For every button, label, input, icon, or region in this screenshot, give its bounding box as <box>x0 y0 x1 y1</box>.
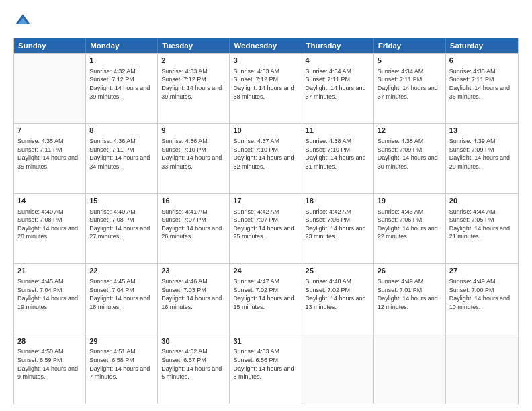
day-number: 7 <box>17 126 82 136</box>
calendar-day-18: 18Sunrise: 4:42 AM Sunset: 7:06 PM Dayli… <box>302 194 374 263</box>
day-info: Sunrise: 4:53 AM Sunset: 6:56 PM Dayligh… <box>233 347 298 381</box>
day-number: 4 <box>306 56 370 66</box>
day-info: Sunrise: 4:45 AM Sunset: 7:04 PM Dayligh… <box>17 277 82 311</box>
calendar-day-5: 5Sunrise: 4:34 AM Sunset: 7:11 PM Daylig… <box>374 54 446 123</box>
calendar-empty-cell <box>302 334 374 404</box>
day-number: 1 <box>89 56 154 66</box>
day-info: Sunrise: 4:52 AM Sunset: 6:57 PM Dayligh… <box>161 347 226 381</box>
day-number: 20 <box>449 196 515 206</box>
calendar-day-3: 3Sunrise: 4:33 AM Sunset: 7:12 PM Daylig… <box>230 54 302 123</box>
day-number: 29 <box>89 336 154 347</box>
calendar-day-20: 20Sunrise: 4:44 AM Sunset: 7:05 PM Dayli… <box>446 194 518 263</box>
day-info: Sunrise: 4:42 AM Sunset: 7:07 PM Dayligh… <box>233 208 298 241</box>
day-number: 16 <box>161 196 226 206</box>
calendar-day-17: 17Sunrise: 4:42 AM Sunset: 7:07 PM Dayli… <box>230 194 302 263</box>
calendar-empty-cell <box>374 334 446 404</box>
logo-icon <box>13 12 32 31</box>
page: SundayMondayTuesdayWednesdayThursdayFrid… <box>0 0 532 411</box>
calendar-day-28: 28Sunrise: 4:50 AM Sunset: 6:59 PM Dayli… <box>14 334 86 404</box>
day-number: 13 <box>449 126 515 136</box>
day-number: 23 <box>161 266 226 276</box>
calendar-day-14: 14Sunrise: 4:40 AM Sunset: 7:08 PM Dayli… <box>14 194 86 263</box>
day-info: Sunrise: 4:36 AM Sunset: 7:11 PM Dayligh… <box>89 137 154 171</box>
calendar-week-3: 14Sunrise: 4:40 AM Sunset: 7:08 PM Dayli… <box>14 193 518 263</box>
day-info: Sunrise: 4:42 AM Sunset: 7:06 PM Dayligh… <box>306 208 370 241</box>
calendar-day-11: 11Sunrise: 4:38 AM Sunset: 7:10 PM Dayli… <box>302 124 374 193</box>
header-cell-tuesday: Tuesday <box>158 38 230 53</box>
day-info: Sunrise: 4:34 AM Sunset: 7:11 PM Dayligh… <box>378 67 442 101</box>
header-cell-monday: Monday <box>86 38 158 53</box>
calendar-day-24: 24Sunrise: 4:47 AM Sunset: 7:02 PM Dayli… <box>230 264 302 333</box>
calendar-day-19: 19Sunrise: 4:43 AM Sunset: 7:06 PM Dayli… <box>374 194 446 263</box>
day-number: 10 <box>233 126 298 136</box>
calendar-day-15: 15Sunrise: 4:40 AM Sunset: 7:08 PM Dayli… <box>86 194 158 263</box>
calendar-day-25: 25Sunrise: 4:48 AM Sunset: 7:02 PM Dayli… <box>302 264 374 333</box>
calendar-day-31: 31Sunrise: 4:53 AM Sunset: 6:56 PM Dayli… <box>230 334 302 404</box>
day-info: Sunrise: 4:32 AM Sunset: 7:12 PM Dayligh… <box>89 67 154 101</box>
day-info: Sunrise: 4:33 AM Sunset: 7:12 PM Dayligh… <box>161 67 226 101</box>
calendar-day-23: 23Sunrise: 4:46 AM Sunset: 7:03 PM Dayli… <box>158 264 230 333</box>
day-number: 12 <box>378 126 442 136</box>
day-info: Sunrise: 4:49 AM Sunset: 7:01 PM Dayligh… <box>378 277 442 311</box>
day-number: 5 <box>378 56 442 66</box>
day-number: 3 <box>233 56 298 66</box>
header-cell-wednesday: Wednesday <box>230 38 302 53</box>
header <box>13 12 519 31</box>
header-cell-friday: Friday <box>374 38 446 53</box>
day-info: Sunrise: 4:44 AM Sunset: 7:05 PM Dayligh… <box>449 208 515 241</box>
day-number: 27 <box>449 266 515 276</box>
calendar-empty-cell <box>446 334 518 404</box>
day-number: 17 <box>233 196 298 206</box>
day-info: Sunrise: 4:36 AM Sunset: 7:10 PM Dayligh… <box>161 137 226 171</box>
calendar-day-1: 1Sunrise: 4:32 AM Sunset: 7:12 PM Daylig… <box>86 54 158 123</box>
day-number: 31 <box>233 336 298 347</box>
day-info: Sunrise: 4:41 AM Sunset: 7:07 PM Dayligh… <box>161 208 226 241</box>
header-cell-sunday: Sunday <box>14 38 86 53</box>
header-cell-thursday: Thursday <box>302 38 374 53</box>
calendar-day-22: 22Sunrise: 4:45 AM Sunset: 7:04 PM Dayli… <box>86 264 158 333</box>
day-info: Sunrise: 4:46 AM Sunset: 7:03 PM Dayligh… <box>161 277 226 311</box>
calendar-day-10: 10Sunrise: 4:37 AM Sunset: 7:10 PM Dayli… <box>230 124 302 193</box>
calendar-day-8: 8Sunrise: 4:36 AM Sunset: 7:11 PM Daylig… <box>86 124 158 193</box>
day-number: 9 <box>161 126 226 136</box>
day-number: 22 <box>89 266 154 276</box>
day-info: Sunrise: 4:38 AM Sunset: 7:10 PM Dayligh… <box>306 137 370 171</box>
day-number: 30 <box>161 336 226 347</box>
logo <box>13 12 35 31</box>
day-info: Sunrise: 4:35 AM Sunset: 7:11 PM Dayligh… <box>17 137 82 171</box>
calendar-day-21: 21Sunrise: 4:45 AM Sunset: 7:04 PM Dayli… <box>14 264 86 333</box>
day-number: 18 <box>306 196 370 206</box>
day-info: Sunrise: 4:43 AM Sunset: 7:06 PM Dayligh… <box>378 208 442 241</box>
day-number: 28 <box>17 336 82 347</box>
day-info: Sunrise: 4:49 AM Sunset: 7:00 PM Dayligh… <box>449 277 515 311</box>
calendar-week-4: 21Sunrise: 4:45 AM Sunset: 7:04 PM Dayli… <box>14 263 518 333</box>
calendar-day-2: 2Sunrise: 4:33 AM Sunset: 7:12 PM Daylig… <box>158 54 230 123</box>
day-info: Sunrise: 4:39 AM Sunset: 7:09 PM Dayligh… <box>449 137 515 171</box>
day-info: Sunrise: 4:34 AM Sunset: 7:11 PM Dayligh… <box>306 67 370 101</box>
calendar-day-4: 4Sunrise: 4:34 AM Sunset: 7:11 PM Daylig… <box>302 54 374 123</box>
day-info: Sunrise: 4:45 AM Sunset: 7:04 PM Dayligh… <box>89 277 154 311</box>
day-number: 15 <box>89 196 154 206</box>
day-number: 21 <box>17 266 82 276</box>
calendar-day-29: 29Sunrise: 4:51 AM Sunset: 6:58 PM Dayli… <box>86 334 158 404</box>
day-info: Sunrise: 4:40 AM Sunset: 7:08 PM Dayligh… <box>17 208 82 241</box>
day-info: Sunrise: 4:48 AM Sunset: 7:02 PM Dayligh… <box>306 277 370 311</box>
day-number: 2 <box>161 56 226 66</box>
calendar-day-26: 26Sunrise: 4:49 AM Sunset: 7:01 PM Dayli… <box>374 264 446 333</box>
day-info: Sunrise: 4:50 AM Sunset: 6:59 PM Dayligh… <box>17 347 82 381</box>
day-info: Sunrise: 4:33 AM Sunset: 7:12 PM Dayligh… <box>233 67 298 101</box>
day-info: Sunrise: 4:35 AM Sunset: 7:11 PM Dayligh… <box>449 67 515 101</box>
day-number: 6 <box>449 56 515 66</box>
calendar-day-7: 7Sunrise: 4:35 AM Sunset: 7:11 PM Daylig… <box>14 124 86 193</box>
calendar-day-9: 9Sunrise: 4:36 AM Sunset: 7:10 PM Daylig… <box>158 124 230 193</box>
calendar-day-27: 27Sunrise: 4:49 AM Sunset: 7:00 PM Dayli… <box>446 264 518 333</box>
calendar-day-30: 30Sunrise: 4:52 AM Sunset: 6:57 PM Dayli… <box>158 334 230 404</box>
calendar-week-1: 1Sunrise: 4:32 AM Sunset: 7:12 PM Daylig… <box>14 53 518 123</box>
day-info: Sunrise: 4:51 AM Sunset: 6:58 PM Dayligh… <box>89 347 154 381</box>
day-info: Sunrise: 4:40 AM Sunset: 7:08 PM Dayligh… <box>89 208 154 241</box>
day-info: Sunrise: 4:37 AM Sunset: 7:10 PM Dayligh… <box>233 137 298 171</box>
day-info: Sunrise: 4:38 AM Sunset: 7:09 PM Dayligh… <box>378 137 442 171</box>
calendar-day-13: 13Sunrise: 4:39 AM Sunset: 7:09 PM Dayli… <box>446 124 518 193</box>
calendar-day-6: 6Sunrise: 4:35 AM Sunset: 7:11 PM Daylig… <box>446 54 518 123</box>
calendar-week-2: 7Sunrise: 4:35 AM Sunset: 7:11 PM Daylig… <box>14 123 518 193</box>
